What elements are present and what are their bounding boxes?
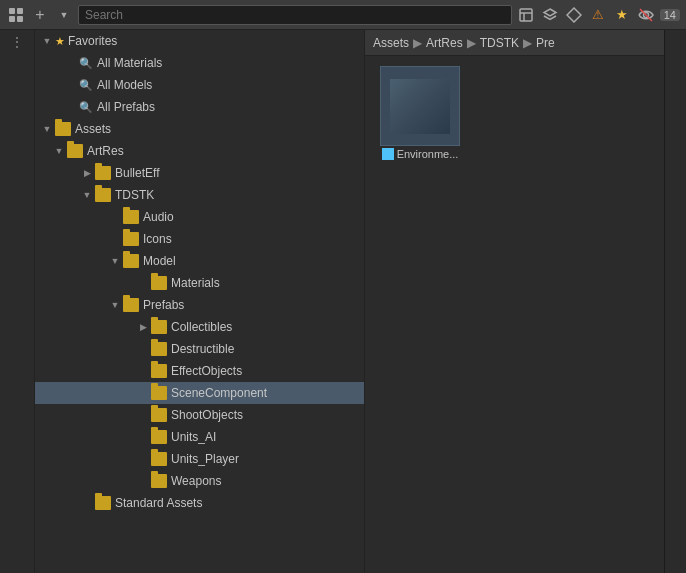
favorites-section-header[interactable]: ★ Favorites (35, 30, 364, 52)
prefabs-arrow (107, 297, 123, 313)
bulleteff-arrow (79, 165, 95, 181)
svg-rect-4 (520, 9, 532, 21)
all-materials-label: All Materials (97, 56, 162, 70)
favorites-icon[interactable]: ★ (612, 5, 632, 25)
tree-item-audio[interactable]: Audio (35, 206, 364, 228)
tree-item-standard-assets[interactable]: Standard Assets (35, 492, 364, 514)
breadcrumb: Assets ▶ ArtRes ▶ TDSTK ▶ Pre (365, 30, 664, 56)
breadcrumb-sep-1: ▶ (413, 36, 422, 50)
unitsai-folder-icon (151, 430, 167, 444)
prefabs-folder-icon (123, 298, 139, 312)
asset-label-environment: Environme... (382, 148, 459, 160)
tree-item-weapons[interactable]: Weapons (35, 470, 364, 492)
breadcrumb-current[interactable]: Pre (536, 36, 555, 50)
shootobjects-folder-icon (151, 408, 167, 422)
audio-label: Audio (143, 210, 174, 224)
warning-icon[interactable]: ⚠ (588, 5, 608, 25)
artres-folder-icon (67, 144, 83, 158)
tdstk-folder-icon (95, 188, 111, 202)
standard-assets-folder-icon (95, 496, 111, 510)
tree-item-units-player[interactable]: Units_Player (35, 448, 364, 470)
search-input[interactable] (78, 5, 512, 25)
model-label: Model (143, 254, 176, 268)
svg-rect-3 (17, 16, 23, 22)
collectibles-label: Collectibles (171, 320, 232, 334)
tree-item-bulleteff[interactable]: BulletEff (35, 162, 364, 184)
tree-item-materials[interactable]: Materials (35, 272, 364, 294)
asset-thumbnail-preview (390, 79, 450, 134)
tree-item-prefabs[interactable]: Prefabs (35, 294, 364, 316)
weapons-label: Weapons (171, 474, 221, 488)
tree-item-collectibles[interactable]: Collectibles (35, 316, 364, 338)
audio-folder-icon (123, 210, 139, 224)
search-icon-models: 🔍 (79, 79, 93, 92)
assets-arrow (39, 121, 55, 137)
tree-item-icons[interactable]: Icons (35, 228, 364, 250)
tdstk-arrow (79, 187, 95, 203)
asset-name-environment: Environme... (397, 148, 459, 160)
eye-layers-icon[interactable] (636, 5, 656, 25)
svg-marker-8 (567, 8, 581, 22)
breadcrumb-assets[interactable]: Assets (373, 36, 409, 50)
toolbar-right: ⚠ ★ 14 (516, 5, 680, 25)
tree-item-units-ai[interactable]: Units_AI (35, 426, 364, 448)
unitsplayer-folder-icon (151, 452, 167, 466)
svg-marker-7 (544, 9, 556, 16)
left-strip: ⋮ (0, 30, 35, 573)
main-content: ⋮ ★ Favorites 🔍 All Materials 🔍 All Mode… (0, 30, 686, 573)
search-icon-prefabs: 🔍 (79, 101, 93, 114)
asset-item-environment[interactable]: Environme... (375, 66, 465, 160)
bulleteff-folder-icon (95, 166, 111, 180)
prefab-icon (382, 148, 394, 160)
units-player-label: Units_Player (171, 452, 239, 466)
favorites-label: Favorites (68, 34, 117, 48)
scenecomponent-folder-icon (151, 386, 167, 400)
effectobjects-folder-icon (151, 364, 167, 378)
destructible-folder-icon (151, 342, 167, 356)
units-ai-label: Units_AI (171, 430, 216, 444)
plus-button[interactable]: + (30, 5, 50, 25)
layer-count-badge[interactable]: 14 (660, 9, 680, 21)
shootobjects-label: ShootObjects (171, 408, 243, 422)
far-right-panel (664, 30, 686, 573)
grid-view-icon[interactable] (6, 5, 26, 25)
left-strip-menu[interactable]: ⋮ (10, 34, 24, 50)
tree-item-effectobjects[interactable]: EffectObjects (35, 360, 364, 382)
scenecomponent-label: SceneComponent (171, 386, 267, 400)
all-prefabs-label: All Prefabs (97, 100, 155, 114)
tree-item-artres[interactable]: ArtRes (35, 140, 364, 162)
icons-label: Icons (143, 232, 172, 246)
dropdown-arrow[interactable]: ▼ (54, 5, 74, 25)
assets-section-header[interactable]: Assets (35, 118, 364, 140)
assets-folder-icon (55, 122, 71, 136)
tree-panel: ★ Favorites 🔍 All Materials 🔍 All Models… (35, 30, 365, 573)
tree-item-shootobjects[interactable]: ShootObjects (35, 404, 364, 426)
assets-icon[interactable] (516, 5, 536, 25)
collectibles-arrow (135, 319, 151, 335)
bulleteff-label: BulletEff (115, 166, 159, 180)
assets-panel: Assets ▶ ArtRes ▶ TDSTK ▶ Pre Environme.… (365, 30, 664, 573)
materials-label: Materials (171, 276, 220, 290)
all-models-label: All Models (97, 78, 152, 92)
tree-item-all-models[interactable]: 🔍 All Models (35, 74, 364, 96)
favorites-arrow (39, 33, 55, 49)
diamond-icon[interactable] (564, 5, 584, 25)
model-folder-icon (123, 254, 139, 268)
materials-folder-icon (151, 276, 167, 290)
standard-assets-label: Standard Assets (115, 496, 202, 510)
search-icon-materials: 🔍 (79, 57, 93, 70)
tree-item-all-materials[interactable]: 🔍 All Materials (35, 52, 364, 74)
tree-item-model[interactable]: Model (35, 250, 364, 272)
layers-icon[interactable] (540, 5, 560, 25)
breadcrumb-sep-3: ▶ (523, 36, 532, 50)
tree-item-destructible[interactable]: Destructible (35, 338, 364, 360)
artres-label: ArtRes (87, 144, 124, 158)
breadcrumb-artres[interactable]: ArtRes (426, 36, 463, 50)
tree-item-tdstk[interactable]: TDSTK (35, 184, 364, 206)
effectobjects-label: EffectObjects (171, 364, 242, 378)
breadcrumb-tdstk[interactable]: TDSTK (480, 36, 519, 50)
tree-item-scenecomponent[interactable]: SceneComponent (35, 382, 364, 404)
weapons-folder-icon (151, 474, 167, 488)
svg-rect-2 (9, 16, 15, 22)
tree-item-all-prefabs[interactable]: 🔍 All Prefabs (35, 96, 364, 118)
